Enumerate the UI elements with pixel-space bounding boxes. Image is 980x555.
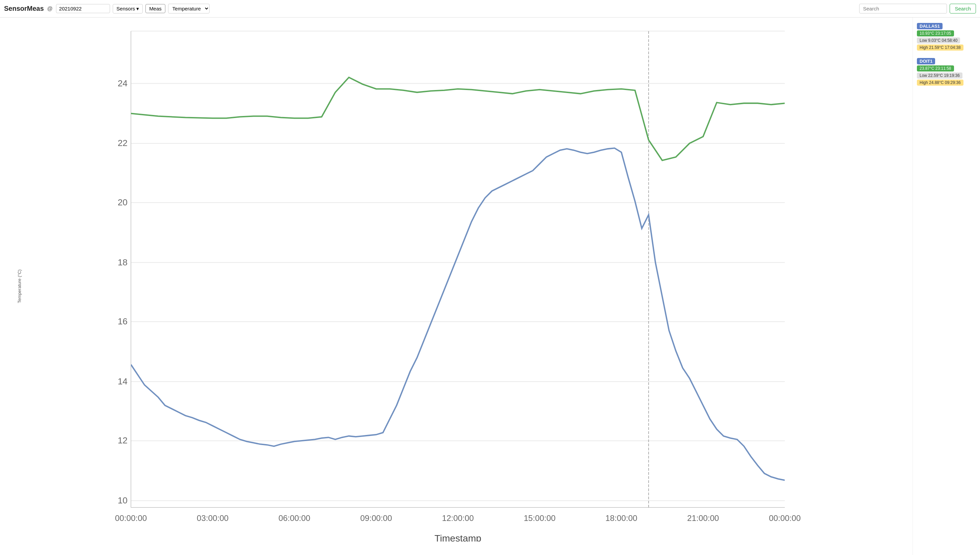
svg-text:20: 20 xyxy=(118,197,127,207)
svg-text:22: 22 xyxy=(118,138,127,148)
x-tick-labels: 00:00:00 03:00:00 06:00:00 09:00:00 12:0… xyxy=(115,513,801,523)
search-input[interactable] xyxy=(859,4,947,13)
dallas-low: Low 9.03°C 04:58:40 xyxy=(917,37,960,43)
dallas-high: High 21.59°C 17:04:38 xyxy=(917,45,964,51)
chart-container: Temperature (°C) xyxy=(0,18,912,555)
main: Temperature (°C) xyxy=(0,18,980,555)
svg-text:14: 14 xyxy=(118,376,127,387)
svg-text:00:00:00: 00:00:00 xyxy=(115,513,147,523)
dallas-current: 10.93°C 23:17:05 xyxy=(917,30,954,37)
svg-text:06:00:00: 06:00:00 xyxy=(278,513,310,523)
svg-text:09:00:00: 09:00:00 xyxy=(360,513,392,523)
measurement-select[interactable]: Temperature Humidity Pressure xyxy=(168,4,209,13)
svg-text:21:00:00: 21:00:00 xyxy=(687,513,719,523)
doit-high: High 24.88°C 09:29:36 xyxy=(917,80,964,86)
sensors-button[interactable]: Sensors ▾ xyxy=(113,4,143,13)
at-symbol: @ xyxy=(47,6,53,12)
y-tick-labels: 10 12 14 16 18 20 22 24 xyxy=(118,78,127,505)
x-axis-label: Timestamp xyxy=(434,533,481,542)
doit-name: DOIT1 xyxy=(917,58,935,64)
svg-text:18:00:00: 18:00:00 xyxy=(605,513,637,523)
svg-text:12:00:00: 12:00:00 xyxy=(442,513,474,523)
sensors-chevron-icon: ▾ xyxy=(136,6,139,12)
y-gridlines xyxy=(131,31,785,501)
date-input[interactable] xyxy=(56,4,110,13)
svg-text:00:00:00: 00:00:00 xyxy=(769,513,801,523)
svg-text:12: 12 xyxy=(118,435,127,446)
header: SensorMeas @ Sensors ▾ Meas Temperature … xyxy=(0,0,980,18)
legend-panel: DALLAS1 10.93°C 23:17:05 Low 9.03°C 04:5… xyxy=(912,18,980,555)
svg-text:10: 10 xyxy=(118,495,127,505)
dallas-name: DALLAS1 xyxy=(917,23,943,29)
doit-low: Low 22.59°C 19:19:36 xyxy=(917,72,962,79)
dallas-line xyxy=(131,77,785,160)
sensors-label: Sensors xyxy=(116,6,135,11)
svg-text:18: 18 xyxy=(118,257,127,267)
svg-rect-0 xyxy=(131,31,785,507)
doit-line xyxy=(131,148,785,480)
svg-text:15:00:00: 15:00:00 xyxy=(524,513,555,523)
app-title: SensorMeas xyxy=(4,5,44,13)
svg-text:24: 24 xyxy=(118,78,127,88)
search-button[interactable]: Search xyxy=(949,4,976,13)
chart-svg: 10 12 14 16 18 20 22 24 00:00:00 03:00:0… xyxy=(20,24,909,542)
doit-current: 23.87°C 23:11:58 xyxy=(917,66,954,72)
y-axis-label: Temperature (°C) xyxy=(17,269,22,303)
svg-text:16: 16 xyxy=(118,316,127,326)
dallas-sensor-block: DALLAS1 10.93°C 23:17:05 Low 9.03°C 04:5… xyxy=(917,23,976,51)
doit-sensor-block: DOIT1 23.87°C 23:11:58 Low 22.59°C 19:19… xyxy=(917,58,976,86)
meas-button[interactable]: Meas xyxy=(145,4,165,13)
svg-text:03:00:00: 03:00:00 xyxy=(197,513,229,523)
